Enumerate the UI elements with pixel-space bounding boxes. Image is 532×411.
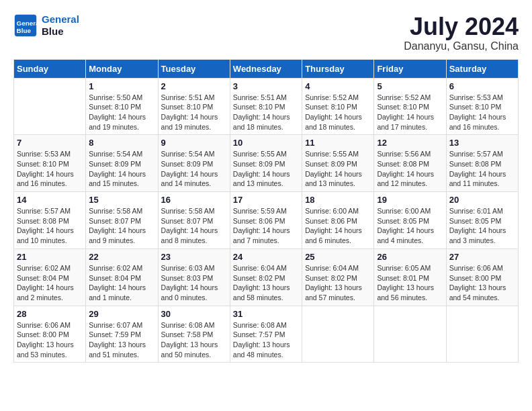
- day-number: 19: [377, 195, 443, 205]
- weekday-header-thursday: Thursday: [302, 59, 374, 78]
- day-number: 29: [89, 309, 154, 319]
- day-number: 18: [305, 195, 371, 205]
- calendar-table: SundayMondayTuesdayWednesdayThursdayFrid…: [13, 59, 519, 363]
- day-info: Sunrise: 6:08 AMSunset: 7:58 PMDaylight:…: [161, 320, 227, 360]
- day-info: Sunrise: 6:08 AMSunset: 7:57 PMDaylight:…: [233, 320, 299, 360]
- page-header: General Blue General Blue July 2024 Dana…: [13, 13, 519, 52]
- weekday-header-monday: Monday: [86, 59, 158, 78]
- calendar-cell: 29Sunrise: 6:07 AMSunset: 7:59 PMDayligh…: [86, 306, 158, 363]
- day-number: 25: [305, 252, 371, 262]
- day-info: Sunrise: 5:54 AMSunset: 8:09 PMDaylight:…: [161, 149, 227, 189]
- day-number: 3: [233, 81, 299, 91]
- day-info: Sunrise: 5:54 AMSunset: 8:09 PMDaylight:…: [89, 149, 154, 189]
- logo-icon: General Blue: [13, 13, 38, 38]
- day-info: Sunrise: 6:04 AMSunset: 8:02 PMDaylight:…: [233, 263, 299, 303]
- day-number: 20: [449, 195, 515, 205]
- calendar-cell: 27Sunrise: 6:06 AMSunset: 8:00 PMDayligh…: [446, 248, 518, 306]
- day-number: 31: [233, 309, 299, 319]
- calendar-cell: 2Sunrise: 5:51 AMSunset: 8:10 PMDaylight…: [158, 78, 230, 135]
- day-info: Sunrise: 6:07 AMSunset: 7:59 PMDaylight:…: [89, 320, 154, 360]
- day-info: Sunrise: 5:57 AMSunset: 8:08 PMDaylight:…: [449, 149, 515, 189]
- calendar-cell: 25Sunrise: 6:04 AMSunset: 8:02 PMDayligh…: [302, 248, 374, 306]
- day-info: Sunrise: 5:58 AMSunset: 8:07 PMDaylight:…: [89, 206, 154, 246]
- calendar-cell: 31Sunrise: 6:08 AMSunset: 7:57 PMDayligh…: [230, 306, 302, 363]
- day-number: 13: [449, 138, 515, 148]
- calendar-cell: 19Sunrise: 6:00 AMSunset: 8:05 PMDayligh…: [374, 192, 446, 249]
- weekday-header-row: SundayMondayTuesdayWednesdayThursdayFrid…: [14, 59, 519, 78]
- day-number: 24: [233, 252, 299, 262]
- day-info: Sunrise: 6:04 AMSunset: 8:02 PMDaylight:…: [305, 263, 371, 303]
- day-number: 15: [89, 195, 154, 205]
- calendar-cell: 16Sunrise: 5:58 AMSunset: 8:07 PMDayligh…: [158, 192, 230, 249]
- day-info: Sunrise: 5:59 AMSunset: 8:06 PMDaylight:…: [233, 206, 299, 246]
- day-number: 22: [89, 252, 154, 262]
- calendar-cell: [14, 78, 86, 135]
- day-info: Sunrise: 5:51 AMSunset: 8:10 PMDaylight:…: [233, 93, 299, 132]
- day-info: Sunrise: 5:56 AMSunset: 8:08 PMDaylight:…: [377, 149, 443, 189]
- day-number: 12: [377, 138, 443, 148]
- calendar-cell: 1Sunrise: 5:50 AMSunset: 8:10 PMDaylight…: [86, 78, 158, 135]
- day-info: Sunrise: 5:58 AMSunset: 8:07 PMDaylight:…: [161, 206, 227, 246]
- calendar-week-row: 28Sunrise: 6:06 AMSunset: 8:00 PMDayligh…: [14, 306, 519, 363]
- svg-text:Blue: Blue: [17, 27, 32, 34]
- day-info: Sunrise: 6:02 AMSunset: 8:04 PMDaylight:…: [17, 263, 83, 303]
- logo-text: General Blue: [42, 13, 79, 38]
- calendar-week-row: 14Sunrise: 5:57 AMSunset: 8:08 PMDayligh…: [14, 192, 519, 249]
- calendar-cell: 5Sunrise: 5:52 AMSunset: 8:10 PMDaylight…: [374, 78, 446, 135]
- day-number: 14: [17, 195, 83, 205]
- calendar-cell: [302, 306, 374, 363]
- calendar-cell: 10Sunrise: 5:55 AMSunset: 8:09 PMDayligh…: [230, 135, 302, 192]
- calendar-cell: 24Sunrise: 6:04 AMSunset: 8:02 PMDayligh…: [230, 248, 302, 306]
- weekday-header-tuesday: Tuesday: [158, 59, 230, 78]
- calendar-cell: 18Sunrise: 6:00 AMSunset: 8:06 PMDayligh…: [302, 192, 374, 249]
- calendar-cell: [374, 306, 446, 363]
- calendar-cell: 6Sunrise: 5:53 AMSunset: 8:10 PMDaylight…: [446, 78, 518, 135]
- day-number: 11: [305, 138, 371, 148]
- calendar-cell: 28Sunrise: 6:06 AMSunset: 8:00 PMDayligh…: [14, 306, 86, 363]
- day-info: Sunrise: 6:01 AMSunset: 8:05 PMDaylight:…: [449, 206, 515, 246]
- day-number: 16: [161, 195, 227, 205]
- calendar-cell: 13Sunrise: 5:57 AMSunset: 8:08 PMDayligh…: [446, 135, 518, 192]
- calendar-cell: 21Sunrise: 6:02 AMSunset: 8:04 PMDayligh…: [14, 248, 86, 306]
- location-subtitle: Dananyu, Gansu, China: [404, 40, 519, 52]
- day-info: Sunrise: 5:52 AMSunset: 8:10 PMDaylight:…: [377, 93, 443, 132]
- day-info: Sunrise: 5:53 AMSunset: 8:10 PMDaylight:…: [17, 149, 83, 189]
- day-number: 17: [233, 195, 299, 205]
- calendar-cell: 22Sunrise: 6:02 AMSunset: 8:04 PMDayligh…: [86, 248, 158, 306]
- calendar-week-row: 1Sunrise: 5:50 AMSunset: 8:10 PMDaylight…: [14, 78, 519, 135]
- calendar-cell: 12Sunrise: 5:56 AMSunset: 8:08 PMDayligh…: [374, 135, 446, 192]
- day-number: 5: [377, 81, 443, 91]
- day-number: 26: [377, 252, 443, 262]
- calendar-cell: 4Sunrise: 5:52 AMSunset: 8:10 PMDaylight…: [302, 78, 374, 135]
- calendar-cell: 26Sunrise: 6:05 AMSunset: 8:01 PMDayligh…: [374, 248, 446, 306]
- day-info: Sunrise: 6:03 AMSunset: 8:03 PMDaylight:…: [161, 263, 227, 303]
- day-number: 27: [449, 252, 515, 262]
- day-info: Sunrise: 5:51 AMSunset: 8:10 PMDaylight:…: [161, 93, 227, 132]
- day-info: Sunrise: 5:55 AMSunset: 8:09 PMDaylight:…: [233, 149, 299, 189]
- day-number: 21: [17, 252, 83, 262]
- day-number: 10: [233, 138, 299, 148]
- calendar-cell: 11Sunrise: 5:55 AMSunset: 8:09 PMDayligh…: [302, 135, 374, 192]
- day-number: 23: [161, 252, 227, 262]
- calendar-cell: 3Sunrise: 5:51 AMSunset: 8:10 PMDaylight…: [230, 78, 302, 135]
- calendar-cell: 14Sunrise: 5:57 AMSunset: 8:08 PMDayligh…: [14, 192, 86, 249]
- day-info: Sunrise: 5:53 AMSunset: 8:10 PMDaylight:…: [449, 93, 515, 132]
- day-info: Sunrise: 6:02 AMSunset: 8:04 PMDaylight:…: [89, 263, 154, 303]
- title-block: July 2024 Dananyu, Gansu, China: [404, 13, 519, 52]
- weekday-header-sunday: Sunday: [14, 59, 86, 78]
- day-number: 8: [89, 138, 154, 148]
- day-number: 30: [161, 309, 227, 319]
- day-info: Sunrise: 5:50 AMSunset: 8:10 PMDaylight:…: [89, 93, 154, 132]
- calendar-cell: 23Sunrise: 6:03 AMSunset: 8:03 PMDayligh…: [158, 248, 230, 306]
- weekday-header-wednesday: Wednesday: [230, 59, 302, 78]
- day-number: 2: [161, 81, 227, 91]
- day-info: Sunrise: 6:06 AMSunset: 8:00 PMDaylight:…: [17, 320, 83, 360]
- calendar-cell: 15Sunrise: 5:58 AMSunset: 8:07 PMDayligh…: [86, 192, 158, 249]
- day-number: 28: [17, 309, 83, 319]
- calendar-cell: [446, 306, 518, 363]
- calendar-cell: 20Sunrise: 6:01 AMSunset: 8:05 PMDayligh…: [446, 192, 518, 249]
- calendar-cell: 30Sunrise: 6:08 AMSunset: 7:58 PMDayligh…: [158, 306, 230, 363]
- calendar-cell: 8Sunrise: 5:54 AMSunset: 8:09 PMDaylight…: [86, 135, 158, 192]
- calendar-week-row: 7Sunrise: 5:53 AMSunset: 8:10 PMDaylight…: [14, 135, 519, 192]
- calendar-cell: 7Sunrise: 5:53 AMSunset: 8:10 PMDaylight…: [14, 135, 86, 192]
